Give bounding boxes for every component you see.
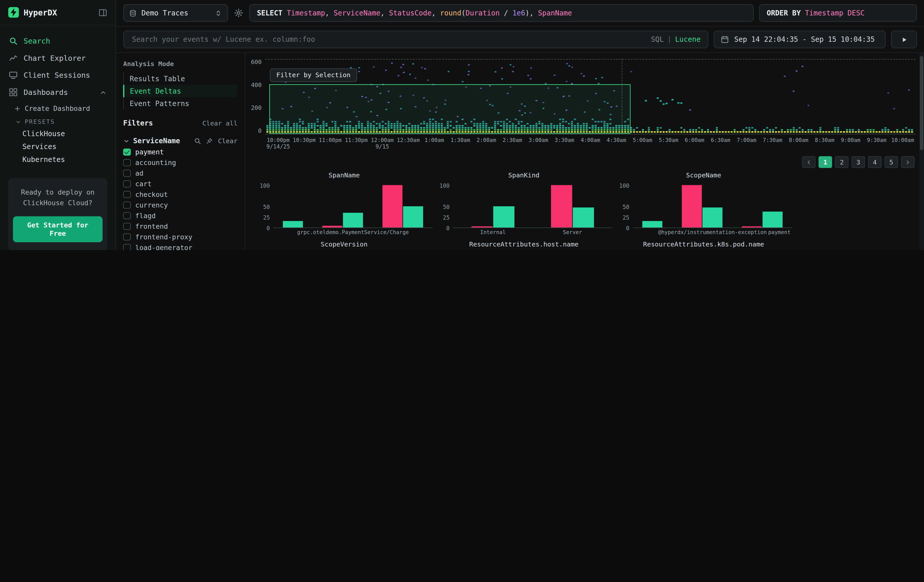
analysis-mode-event-deltas[interactable]: Event Deltas	[123, 85, 238, 97]
run-query-button[interactable]	[891, 31, 917, 48]
bar-inlier[interactable]	[573, 208, 594, 228]
page-button-4[interactable]: 4	[868, 156, 882, 168]
create-dashboard-label: Create Dashboard	[25, 104, 90, 113]
checkbox[interactable]	[123, 180, 130, 188]
filter-option-currency[interactable]: currency	[123, 200, 238, 211]
bar-outlier[interactable]	[322, 226, 342, 228]
date-range-picker[interactable]: Sep 14 22:04:35 - Sep 15 10:04:35	[714, 31, 886, 48]
filter-option-frontend-proxy[interactable]: frontend-proxy	[123, 232, 238, 242]
next-page-button[interactable]	[901, 156, 915, 168]
x-tick-label: 12:00am	[369, 137, 395, 143]
bar-inlier[interactable]	[642, 221, 662, 228]
lucene-mode-button[interactable]: Lucene	[675, 35, 701, 44]
bar-outlier[interactable]	[382, 185, 402, 228]
sql-token: Duration	[465, 9, 500, 17]
filter-option-frontend[interactable]: frontend	[123, 221, 238, 232]
scrollbar-thumb[interactable]	[920, 56, 924, 150]
x-tick-label	[274, 229, 297, 235]
sql-select-editor[interactable]: SELECT Timestamp, ServiceName, StatusCod…	[249, 4, 754, 22]
preset-item-kubernetes[interactable]: Kubernetes	[0, 153, 116, 166]
prev-page-button[interactable]	[802, 156, 816, 168]
x-tick-label: grpc.oteldemo.PaymentService/Charge	[297, 229, 409, 235]
filter-option-payment[interactable]: payment	[123, 147, 238, 157]
filter-by-selection-button[interactable]: Filter by Selection	[270, 68, 357, 82]
search-input[interactable]	[131, 35, 645, 44]
filter-option-ad[interactable]: ad	[123, 168, 238, 179]
sidebar-item-client-sessions[interactable]: Client Sessions	[0, 66, 116, 84]
x-tick-label: 11:00pm	[317, 137, 343, 143]
x-tick-label: 4:30am	[604, 137, 629, 143]
bar-outlier[interactable]	[551, 185, 572, 228]
filter-option-checkout[interactable]: checkout	[123, 189, 238, 200]
bar-outlier[interactable]	[742, 226, 762, 228]
bar-inlier[interactable]	[403, 206, 423, 228]
filter-option-label: accounting	[135, 159, 176, 167]
checkbox[interactable]	[123, 159, 130, 166]
presets-header[interactable]: PRESETS	[0, 115, 116, 127]
chevron-up-icon	[100, 89, 107, 96]
sql-token: )	[525, 9, 530, 17]
create-dashboard-button[interactable]: Create Dashboard	[0, 101, 116, 115]
sidebar-item-search[interactable]: Search	[0, 32, 116, 49]
x-tick-label: 6:00am	[681, 137, 708, 143]
filter-option-accounting[interactable]: accounting	[123, 157, 238, 168]
bar-inlier[interactable]	[762, 211, 782, 228]
checkbox[interactable]	[123, 223, 130, 230]
page-button-2[interactable]: 2	[835, 156, 849, 168]
heatmap-selection-region[interactable]	[269, 84, 631, 134]
order-by-editor[interactable]: ORDER BY Timestamp DESC	[759, 4, 917, 22]
sql-token: ,	[325, 9, 334, 17]
filter-option-cart[interactable]: cart	[123, 179, 238, 189]
analysis-mode-results-table[interactable]: Results Table	[124, 73, 238, 85]
heatmap-x-axis: 10:00pm10:30pm11:00pm11:30pm12:00am12:30…	[265, 137, 916, 143]
bar-inlier[interactable]	[702, 208, 722, 228]
bar-inlier[interactable]	[493, 206, 514, 228]
analysis-mode-event-patterns[interactable]: Event Patterns	[124, 97, 238, 110]
clear-all-filters-button[interactable]: Clear all	[202, 119, 238, 127]
checkbox[interactable]	[123, 170, 130, 177]
sql-mode-button[interactable]: SQL	[651, 35, 664, 44]
collapse-sidebar-icon[interactable]	[98, 8, 107, 17]
sql-token: Timestamp DESC	[805, 9, 865, 17]
chart-icon	[9, 54, 18, 63]
sidebar-item-chart-explorer[interactable]: Chart Explorer	[0, 49, 116, 67]
bar-inlier[interactable]	[343, 213, 363, 228]
x-tick-label: Internal	[453, 229, 533, 235]
bar-outlier[interactable]	[471, 226, 493, 228]
nav-label: Client Sessions	[23, 71, 90, 79]
mini-chart-plot[interactable]	[453, 181, 612, 228]
heatmap-plot[interactable]: Filter by Selection	[265, 59, 916, 134]
filter-option-load-generator[interactable]: load-generator	[123, 242, 238, 250]
checkbox[interactable]	[123, 191, 130, 198]
filter-option-flagd[interactable]: flagd	[123, 210, 238, 221]
promo-line2: ClickHouse Cloud?	[13, 198, 102, 208]
preset-item-clickhouse[interactable]: ClickHouse	[0, 127, 116, 140]
page-button-3[interactable]: 3	[851, 156, 865, 168]
vertical-scrollbar[interactable]	[919, 53, 924, 250]
filter-option-label: cart	[135, 180, 152, 188]
gear-icon[interactable]	[234, 8, 243, 18]
checkbox[interactable]	[123, 201, 130, 209]
preset-item-services[interactable]: Services	[0, 140, 116, 153]
chevron-down-icon[interactable]	[123, 138, 130, 144]
get-started-button[interactable]: Get Started for Free	[13, 216, 102, 242]
page-button-1[interactable]: 1	[818, 156, 832, 168]
source-select[interactable]: Demo Traces	[123, 4, 228, 22]
checkbox[interactable]	[123, 148, 130, 156]
presets-list: ClickHouseServicesKubernetes	[0, 127, 116, 166]
bar-outlier[interactable]	[682, 185, 702, 228]
x-tick-label: 3:00am	[526, 137, 551, 143]
checkbox[interactable]	[123, 233, 130, 241]
checkbox[interactable]	[123, 212, 130, 219]
analysis-mode-label: Analysis Mode	[123, 60, 238, 68]
mini-chart-plot[interactable]	[633, 181, 792, 228]
search-icon[interactable]	[194, 137, 201, 145]
bar-inlier[interactable]	[283, 221, 303, 228]
page-button-5[interactable]: 5	[884, 156, 898, 168]
sidebar-item-dashboards[interactable]: Dashboards	[0, 84, 116, 101]
mini-chart-plot[interactable]	[274, 181, 433, 228]
checkbox[interactable]	[123, 244, 130, 250]
filter-clear-button[interactable]: Clear	[218, 137, 237, 145]
pin-icon[interactable]	[206, 137, 213, 145]
grid-icon	[9, 88, 18, 97]
